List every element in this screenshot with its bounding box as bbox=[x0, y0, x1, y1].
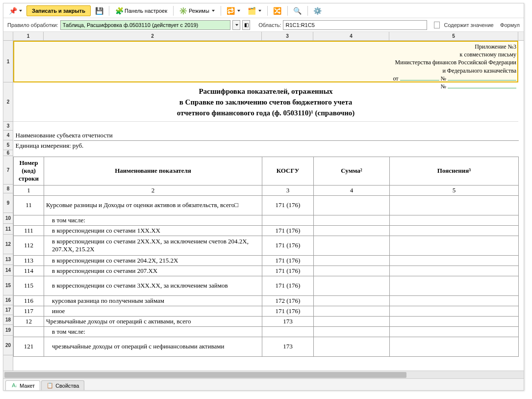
row-header[interactable]: 10 bbox=[3, 213, 13, 224]
contains-checkbox[interactable] bbox=[434, 22, 440, 28]
row-header[interactable]: 3 bbox=[3, 122, 13, 131]
row-header[interactable]: 17 bbox=[3, 305, 13, 315]
th-name: Наименование показателя bbox=[44, 157, 262, 185]
tab-layout[interactable]: Aᵢ Макет bbox=[5, 380, 40, 390]
table-row[interactable]: 116курсовая разница по полученным займам… bbox=[14, 295, 519, 306]
cell-name: в корреспонденции со счетами 2XX.XX, за … bbox=[44, 236, 262, 255]
row-header[interactable]: 11 bbox=[3, 224, 13, 235]
grid-body[interactable]: Приложение №3 к совместному письму Минис… bbox=[13, 41, 524, 371]
letter-line: к совместному письму bbox=[393, 51, 516, 58]
row-header[interactable]: 20 bbox=[3, 336, 13, 355]
cell-name: чрезвычайные доходы от операций с нефина… bbox=[44, 337, 262, 356]
row-header[interactable]: 8 bbox=[3, 185, 13, 193]
column-header[interactable]: 2 bbox=[44, 32, 262, 40]
tool-button-2[interactable]: 🗂️ bbox=[245, 5, 265, 16]
table-row[interactable]: в том числе: bbox=[14, 326, 519, 337]
pin-button[interactable]: 📌 bbox=[5, 5, 25, 16]
row-header[interactable]: 1 bbox=[3, 41, 13, 82]
table-row[interactable]: 113в корреспонденции со счетами 204.2X, … bbox=[14, 255, 519, 266]
table-row[interactable]: 115в корреспонденции со счетами 3XX.XX, … bbox=[14, 276, 519, 295]
title-line-3: отчетного финансового года (ф. 0503110)¹… bbox=[13, 108, 518, 119]
tool-button-1[interactable]: 🔁 bbox=[224, 5, 244, 16]
table-row[interactable]: 111в корреспонденции со счетами 1XX.XX17… bbox=[14, 225, 519, 236]
row-header[interactable]: 14 bbox=[3, 265, 13, 276]
grid-corner[interactable] bbox=[3, 32, 13, 41]
header-block: Приложение №3 к совместному письму Минис… bbox=[393, 43, 516, 90]
cell-name: в корреспонденции со счетами 204.2X, 215… bbox=[44, 255, 262, 266]
tool-button-5[interactable]: ⚙️ bbox=[310, 5, 325, 16]
rule-dropdown-button[interactable] bbox=[232, 20, 240, 30]
row-header[interactable]: 6 bbox=[3, 150, 13, 156]
cell-kosgu: 173 bbox=[262, 337, 314, 356]
row-header[interactable]: 18 bbox=[3, 315, 13, 325]
action-icon: 🔁 bbox=[227, 7, 235, 15]
cell-sum bbox=[314, 316, 390, 326]
area-input[interactable] bbox=[283, 20, 427, 30]
tool-button-4[interactable]: 🔍 bbox=[290, 5, 305, 16]
tab-properties[interactable]: 📋 Свойства bbox=[41, 380, 84, 390]
horizontal-scrollbar[interactable] bbox=[3, 371, 524, 378]
layout-icon: Aᵢ bbox=[11, 382, 18, 389]
cell-sum bbox=[314, 306, 390, 316]
save-close-button[interactable]: Записать и закрыть bbox=[26, 5, 91, 16]
cell-notes bbox=[390, 195, 519, 215]
save-button[interactable]: 💾 bbox=[92, 5, 106, 16]
column-header[interactable]: 1 bbox=[13, 32, 44, 40]
panel-button[interactable]: 🧩 Панель настроек bbox=[112, 5, 171, 16]
unit-label: Единица измерения: руб. bbox=[14, 141, 262, 151]
modes-button[interactable]: ✳️ Режимы bbox=[176, 5, 218, 16]
numcol-4: 4 bbox=[314, 185, 390, 195]
from-label: от bbox=[393, 75, 398, 82]
chevron-down-icon bbox=[19, 10, 22, 12]
row-header[interactable]: 7 bbox=[3, 156, 13, 185]
date-field bbox=[400, 75, 439, 80]
row-header[interactable]: 4 bbox=[3, 131, 13, 140]
column-header[interactable]: 3 bbox=[262, 32, 313, 40]
cell-code: 117 bbox=[14, 306, 44, 316]
cell-sum bbox=[314, 195, 390, 215]
row-header[interactable]: 2 bbox=[3, 82, 13, 122]
scroll-thumb[interactable] bbox=[4, 372, 406, 378]
toolbar-separator bbox=[267, 6, 268, 16]
cell-sum bbox=[314, 337, 390, 356]
table-row[interactable]: 11Курсовые разницы и Доходы от оценки ак… bbox=[14, 195, 519, 215]
th-kosgu: КОСГУ bbox=[262, 157, 314, 185]
selected-range[interactable]: Приложение №3 к совместному письму Минис… bbox=[13, 41, 518, 82]
table-row[interactable]: 112в корреспонденции со счетами 2XX.XX, … bbox=[14, 236, 519, 255]
title-line-2: в Справке по заключению счетов бюджетног… bbox=[13, 97, 518, 108]
column-header[interactable]: 4 bbox=[313, 32, 389, 40]
column-header[interactable]: 5 bbox=[389, 32, 518, 40]
cell-sum bbox=[314, 276, 390, 295]
tab-layout-label: Макет bbox=[20, 383, 35, 389]
table-row[interactable]: в том числе: bbox=[14, 215, 519, 225]
row-header[interactable]: 19 bbox=[3, 325, 13, 336]
row-header[interactable]: 12 bbox=[3, 235, 13, 254]
rule-open-button[interactable]: ◧ bbox=[242, 20, 250, 30]
rule-bar: Правило обработки: ◧ Область: Содержит з… bbox=[3, 18, 524, 32]
row-header[interactable]: 9 bbox=[3, 193, 13, 213]
chevron-down-icon bbox=[235, 24, 238, 26]
panel-label: Панель настроек bbox=[125, 8, 167, 14]
row-headers: 1234567891011121314151617181920 bbox=[3, 41, 13, 371]
exchange-icon: 🔀 bbox=[274, 7, 281, 15]
row-header[interactable]: 15 bbox=[3, 276, 13, 295]
number-label: № bbox=[441, 75, 446, 82]
row-header[interactable]: 16 bbox=[3, 295, 13, 305]
rule-input[interactable] bbox=[60, 20, 230, 30]
table-row[interactable]: 121чрезвычайные доходы от операций с неф… bbox=[14, 337, 519, 356]
tab-properties-label: Свойства bbox=[55, 383, 79, 389]
toolbar-separator bbox=[173, 6, 174, 16]
subject-label: Наименование субъекта отчетности bbox=[14, 131, 262, 141]
cell-sum bbox=[314, 215, 390, 225]
table-row[interactable]: 12Чрезвычайные доходы от операций с акти… bbox=[14, 316, 519, 326]
contains-label: Содержит значение bbox=[444, 22, 493, 28]
cell-sum bbox=[314, 295, 390, 306]
tool-button-3[interactable]: 🔀 bbox=[270, 5, 285, 16]
row-header[interactable]: 13 bbox=[3, 254, 13, 265]
table-row[interactable]: 114в корреспонденции со счетами 207.XX17… bbox=[14, 266, 519, 276]
table-row[interactable]: 117иное171 (176) bbox=[14, 306, 519, 316]
cell-notes bbox=[390, 326, 519, 337]
row-header[interactable]: 5 bbox=[3, 140, 13, 150]
cell-kosgu: 171 (176) bbox=[262, 255, 314, 266]
grid-icon: 🗂️ bbox=[248, 7, 256, 15]
